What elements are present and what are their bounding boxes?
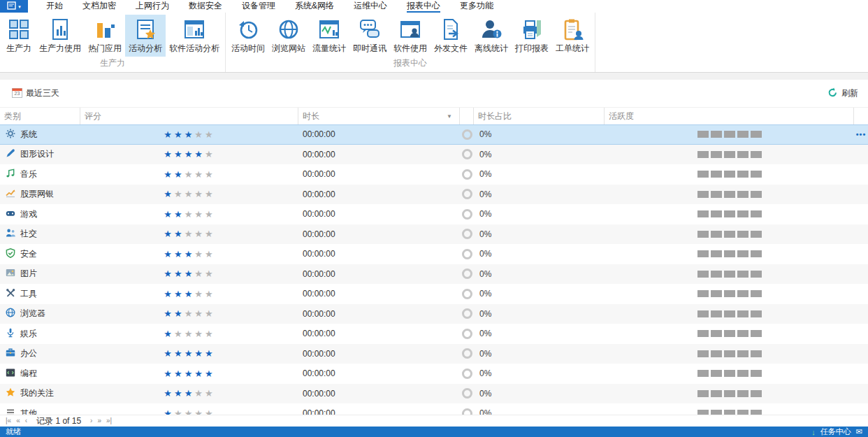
table-row[interactable]: 办公★★★★★00:00:000% xyxy=(0,344,868,364)
rating-stars[interactable]: ★★★★★ xyxy=(164,409,215,415)
next-fast-button[interactable]: » xyxy=(97,417,101,424)
menu-tab-label: 更多功能 xyxy=(460,0,493,13)
ribbon-button[interactable]: 热门应用 xyxy=(85,15,125,57)
activity-bars xyxy=(697,390,762,397)
menu-tab[interactable]: 开始 xyxy=(36,0,73,13)
menu-tab[interactable]: 更多功能 xyxy=(450,0,503,13)
task-center-button[interactable]: 任务中心 xyxy=(820,427,851,437)
download-arrow-icon: ↓ xyxy=(811,428,816,436)
rating-stars[interactable]: ★★★★★ xyxy=(164,309,215,318)
column-header[interactable] xyxy=(854,108,868,124)
rating-stars[interactable]: ★★★★★ xyxy=(164,389,215,398)
ribbon-button-label: 打印报表 xyxy=(515,43,549,55)
browser-globe-icon xyxy=(6,308,15,320)
menu-tab[interactable]: 数据安全 xyxy=(179,0,232,13)
activity-bar-segment xyxy=(711,330,722,337)
rating-stars[interactable]: ★★★★★ xyxy=(164,349,215,358)
prev-page-button[interactable]: ‹ xyxy=(25,417,27,424)
app-window: ▾ 开始文档加密上网行为数据安全设备管理系统&网络运维中心报表中心更多功能 生产… xyxy=(0,0,868,437)
star-filled-icon: ★ xyxy=(185,289,195,299)
first-page-button[interactable]: |« xyxy=(6,417,11,424)
next-page-button[interactable]: › xyxy=(90,417,92,424)
ribbon-button[interactable]: 打印报表 xyxy=(512,15,552,57)
last-page-button[interactable]: »| xyxy=(106,417,112,424)
table-row[interactable]: 社交★★★★★00:00:000% xyxy=(0,224,868,245)
message-envelope-icon[interactable]: ✉ xyxy=(856,427,862,436)
menu-tabs: 开始文档加密上网行为数据安全设备管理系统&网络运维中心报表中心更多功能 xyxy=(36,0,503,13)
ribbon-button[interactable]: 生产力使用 xyxy=(36,15,85,57)
ribbon-button[interactable]: 即时通讯 xyxy=(349,15,390,57)
rating-stars[interactable]: ★★★★★ xyxy=(164,229,215,238)
refresh-button[interactable]: 刷新 xyxy=(827,87,858,100)
column-header[interactable]: 活跃度 xyxy=(605,108,854,124)
ribbon-button[interactable]: 活动时间 xyxy=(228,15,268,57)
table-row[interactable]: 音乐★★★★★00:00:000% xyxy=(0,164,868,185)
rating-stars[interactable]: ★★★★★ xyxy=(164,289,215,299)
table-row[interactable]: 安全★★★★★00:00:000% xyxy=(0,244,868,264)
rating-stars[interactable]: ★★★★★ xyxy=(164,369,215,378)
column-header[interactable]: 时长▼ xyxy=(298,108,460,124)
star-empty-icon: ★ xyxy=(205,189,215,199)
column-header[interactable] xyxy=(460,108,474,124)
table-row[interactable]: 图形设计★★★★★00:00:000% xyxy=(0,145,868,165)
ribbon-button[interactable]: 软件活动分析 xyxy=(166,15,223,57)
ribbon-button[interactable]: 软件使用 xyxy=(390,15,431,57)
ribbon-button[interactable]: 生产力 xyxy=(2,15,36,57)
rating-stars[interactable]: ★★★★★ xyxy=(164,189,215,199)
ribbon-button[interactable]: 工单统计 xyxy=(552,15,593,57)
menu-tab-label: 运维中心 xyxy=(354,0,387,13)
table-row[interactable]: 其他★★★★★00:00:000% xyxy=(0,403,868,415)
progress-ring-icon xyxy=(462,368,472,379)
rating-stars[interactable]: ★★★★★ xyxy=(164,130,215,139)
ribbon-button[interactable]: 浏览网站 xyxy=(268,15,309,57)
menu-tab[interactable]: 运维中心 xyxy=(344,0,397,13)
star-empty-icon: ★ xyxy=(194,129,205,140)
menu-tab[interactable]: 文档加密 xyxy=(73,0,126,13)
table-row[interactable]: 系统★★★★★00:00:000%••• xyxy=(0,124,868,145)
ribbon-button[interactable]: 离线统计 xyxy=(471,15,512,57)
status-bar: 就绪 ↓ 任务中心 ✉ xyxy=(0,427,868,437)
rating-stars[interactable]: ★★★★★ xyxy=(164,250,215,259)
date-range-button[interactable]: 23 最近三天 xyxy=(12,87,59,100)
rating-stars[interactable]: ★★★★★ xyxy=(164,269,215,278)
table-row[interactable]: 浏览器★★★★★00:00:000% xyxy=(0,304,868,324)
menu-tab[interactable]: 报表中心 xyxy=(397,0,450,13)
prev-fast-button[interactable]: « xyxy=(16,417,20,424)
ribbon-button[interactable]: 流量统计 xyxy=(309,15,349,57)
rating-stars[interactable]: ★★★★★ xyxy=(164,210,215,219)
table-row[interactable]: 股票网银★★★★★00:00:000% xyxy=(0,185,868,205)
menu-tab-label: 开始 xyxy=(46,0,63,13)
table-row[interactable]: 编程★★★★★00:00:000% xyxy=(0,364,868,384)
table-row[interactable]: 娱乐★★★★★00:00:000% xyxy=(0,324,868,344)
column-header[interactable]: 类别 xyxy=(0,108,80,124)
column-header[interactable]: 时长占比 xyxy=(474,108,605,124)
ribbon-button[interactable]: 外发文件 xyxy=(431,15,471,57)
activity-bar-segment xyxy=(711,390,722,397)
activity-bar-segment xyxy=(737,410,748,415)
activity-bar-segment xyxy=(724,410,735,415)
rating-stars[interactable]: ★★★★★ xyxy=(164,170,215,179)
menu-tab[interactable]: 上网行为 xyxy=(126,0,179,13)
duration-value: 00:00:00 xyxy=(303,150,335,159)
row-more-button[interactable]: ••• xyxy=(856,130,867,138)
rating-stars[interactable]: ★★★★★ xyxy=(164,150,215,159)
table-row[interactable]: 工具★★★★★00:00:000% xyxy=(0,284,868,304)
star-filled-icon: ★ xyxy=(164,408,174,415)
menu-tab[interactable]: 设备管理 xyxy=(232,0,285,13)
chevron-down-icon[interactable]: ▼ xyxy=(447,113,452,120)
ribbon-button-label: 即时通讯 xyxy=(353,43,386,55)
progress-ring-icon xyxy=(462,408,472,415)
ribbon-button[interactable]: 活动分析 xyxy=(125,15,166,57)
table-row[interactable]: 图片★★★★★00:00:000% xyxy=(0,264,868,285)
app-menu-button[interactable]: ▾ xyxy=(0,0,28,13)
ribbon-button-label: 外发文件 xyxy=(434,43,468,55)
activity-bar-segment xyxy=(724,290,735,297)
rating-stars[interactable]: ★★★★★ xyxy=(164,329,215,338)
category-label: 安全 xyxy=(20,248,37,260)
column-header[interactable]: 评分 xyxy=(80,108,298,124)
table-row[interactable]: 游戏★★★★★00:00:000% xyxy=(0,204,868,224)
star-filled-icon: ★ xyxy=(174,368,185,379)
hot-apps-bar-chart-icon xyxy=(94,17,116,42)
table-row[interactable]: 我的关注★★★★★00:00:000% xyxy=(0,384,868,404)
menu-tab[interactable]: 系统&网络 xyxy=(285,0,344,13)
